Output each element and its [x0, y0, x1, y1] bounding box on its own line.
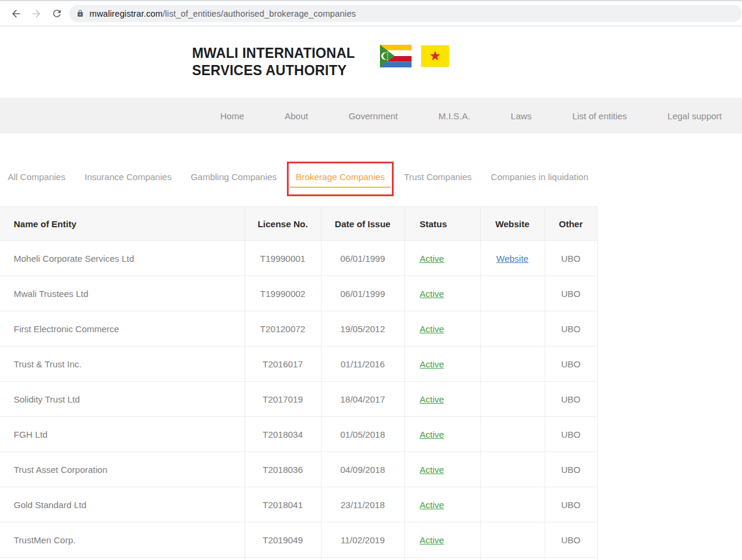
column-header-other: Other — [545, 207, 597, 241]
tab-brokerage-companies[interactable]: Brokerage Companies — [290, 171, 391, 188]
other-cell: UBO — [545, 241, 597, 276]
site-title-line1: MWALI INTERNATIONAL — [192, 45, 355, 62]
other-cell: UBO — [545, 346, 597, 382]
date-of-issue: 11/02/2019 — [321, 522, 404, 558]
entity-name: TrustMen Corp. — [0, 522, 245, 558]
tab-all-companies[interactable]: All Companies — [2, 171, 72, 187]
other-cell: UBO — [545, 452, 597, 487]
date-of-issue: 23/11/2018 — [321, 487, 404, 522]
site-title: MWALI INTERNATIONAL SERVICES AUTHORITY — [192, 45, 355, 79]
date-of-issue: 01/05/2018 — [321, 417, 404, 452]
date-of-issue: 04/09/2018 — [321, 452, 404, 487]
other-cell: UBO — [545, 311, 597, 346]
table-header-row: Name of Entity License No. Date of Issue… — [0, 207, 597, 241]
tab-gambling-companies[interactable]: Gambling Companies — [185, 171, 283, 187]
license-no: T2018036 — [245, 452, 321, 487]
forward-arrow-icon[interactable] — [26, 4, 47, 24]
table-row: Solidity Trust Ltd T2017019 18/04/2017 A… — [0, 382, 597, 417]
table-row: FGH Ltd T2018034 01/05/2018 Active UBO — [0, 417, 597, 452]
other-cell: UBO — [545, 276, 597, 311]
lock-icon[interactable] — [76, 10, 84, 17]
status-link[interactable]: Active — [420, 253, 444, 264]
date-of-issue: 19/05/2012 — [321, 311, 404, 346]
annotation-highlight-box — [287, 162, 394, 196]
column-header-date: Date of Issue — [321, 207, 404, 241]
entity-name: FGH Ltd — [0, 417, 245, 452]
license-no: T19990001 — [245, 241, 321, 276]
url-text: mwaliregistrar.com/list_of_entities/auth… — [89, 9, 356, 18]
table-row: Moheli Corporate Services Ltd T19990001 … — [0, 241, 597, 276]
status-link[interactable]: Active — [420, 500, 444, 510]
website-link[interactable]: Website — [496, 253, 528, 264]
entity-name: Trust Asset Corporation — [0, 452, 245, 487]
date-of-issue: 06/01/1999 — [321, 241, 404, 276]
table-row: Mwali Trustees Ltd T19990002 06/01/1999 … — [0, 276, 597, 311]
nav-item-home[interactable]: Home — [200, 111, 264, 121]
other-cell: UBO — [545, 522, 597, 558]
status-link[interactable]: Active — [420, 394, 444, 404]
nav-item-about[interactable]: About — [264, 111, 328, 121]
table-row: TrustMen Corp. T2019049 11/02/2019 Activ… — [0, 522, 597, 558]
site-title-line2: SERVICES AUTHORITY — [192, 62, 355, 79]
entity-name: Mwali Trustees Ltd — [0, 276, 245, 311]
other-cell: UBO — [545, 487, 597, 522]
date-of-issue: 18/04/2017 — [321, 382, 404, 417]
other-cell: UBO — [545, 382, 597, 417]
column-header-license: License No. — [245, 207, 321, 241]
table-row: Trust Asset Corporation T2018036 04/09/2… — [0, 452, 597, 487]
license-no: T2016017 — [245, 346, 321, 382]
entity-name: Gold Standard Ltd — [0, 487, 245, 522]
tab-insurance-companies[interactable]: Insurance Companies — [79, 171, 178, 187]
url-path: /list_of_entities/authorised_brokerage_c… — [163, 9, 356, 18]
nav-item-misa[interactable]: M.I.S.A. — [418, 111, 490, 121]
comoros-flag-icon — [380, 45, 412, 67]
date-of-issue: 06/01/1999 — [321, 276, 404, 311]
status-link[interactable]: Active — [420, 429, 444, 440]
license-no: T2017019 — [245, 382, 321, 417]
license-no: T2019049 — [245, 522, 321, 558]
table-row-partial — [0, 558, 597, 560]
entity-name: First Electronic Commerce — [0, 311, 245, 346]
license-no: T20120072 — [245, 311, 321, 346]
status-link[interactable]: Active — [420, 289, 444, 299]
nav-item-legal-support[interactable]: Legal support — [647, 111, 742, 121]
column-header-name: Name of Entity — [0, 207, 245, 241]
nav-item-list-of-entities[interactable]: List of entities — [552, 111, 647, 121]
url-domain: mwaliregistrar.com — [89, 9, 163, 18]
mwali-flag-icon — [421, 45, 449, 67]
column-header-website: Website — [480, 207, 545, 241]
table-row: First Electronic Commerce T20120072 19/0… — [0, 311, 597, 346]
table-row: Gold Standard Ltd T2018041 23/11/2018 Ac… — [0, 487, 597, 522]
date-of-issue: 01/11/2016 — [321, 346, 404, 382]
status-link[interactable]: Active — [420, 359, 444, 369]
status-link[interactable]: Active — [420, 535, 444, 545]
entity-name: Moheli Corporate Services Ltd — [0, 241, 245, 276]
back-arrow-icon[interactable] — [6, 4, 26, 24]
entity-name: Solidity Trust Ltd — [0, 382, 245, 417]
tab-companies-in-liquidation[interactable]: Companies in liquidation — [485, 171, 594, 187]
nav-item-laws[interactable]: Laws — [490, 111, 552, 121]
nav-item-government[interactable]: Government — [328, 111, 418, 121]
status-link[interactable]: Active — [420, 324, 444, 334]
entity-name: Trust & Trust Inc. — [0, 346, 245, 382]
entities-table: Name of Entity License No. Date of Issue… — [0, 206, 598, 560]
other-cell: UBO — [545, 417, 597, 452]
address-bar[interactable]: mwaliregistrar.com/list_of_entities/auth… — [69, 5, 742, 22]
column-header-status: Status — [404, 207, 480, 241]
site-header: MWALI INTERNATIONAL SERVICES AUTHORITY — [0, 26, 742, 98]
license-no: T2018041 — [245, 487, 321, 522]
status-link[interactable]: Active — [420, 465, 444, 475]
browser-toolbar: mwaliregistrar.com/list_of_entities/auth… — [0, 0, 742, 26]
tab-trust-companies[interactable]: Trust Companies — [398, 171, 478, 187]
license-no: T2018034 — [245, 417, 321, 452]
table-row: Trust & Trust Inc. T2016017 01/11/2016 A… — [0, 346, 597, 382]
main-nav: Home About Government M.I.S.A. Laws List… — [0, 98, 742, 134]
reload-icon[interactable] — [47, 4, 67, 24]
license-no: T19990002 — [245, 276, 321, 311]
entity-tabs: All Companies Insurance Companies Gambli… — [0, 134, 742, 206]
